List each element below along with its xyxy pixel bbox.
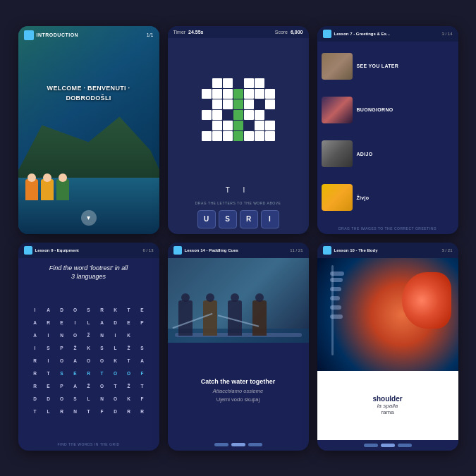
header-left: Lesson 9 - Equipment: [24, 246, 79, 255]
card-word-puzzle: Timer 24.55s Score 6,000: [168, 26, 309, 234]
lesson-title: Lesson 10 - The Body: [334, 248, 378, 252]
lesson-title: Lesson 9 - Equipment: [35, 248, 79, 252]
progress-text: 3 / 21: [441, 248, 452, 252]
italic-phrase: Attacchiamo ossieme: [213, 388, 263, 394]
greeting-image-2: [322, 97, 353, 123]
card-word-search: Lesson 9 - Equipment 6 / 13 Find the wor…: [18, 243, 159, 451]
paddle-person-1: [178, 300, 193, 336]
grid-row-8: DDOSLNOKF: [30, 393, 148, 405]
kayak-scene: [18, 100, 159, 213]
person-2: [41, 179, 54, 200]
greeting-row-1[interactable]: SEE YOU LATER: [317, 44, 458, 88]
lesson-title: Lesson 7 - Greetings & Ex...: [334, 32, 390, 36]
grid-row-3: AINOŽNIK: [30, 330, 148, 341]
progress-text: 1/1: [147, 32, 154, 37]
book-icon: [24, 30, 34, 40]
card-introduction: INTRODUCTION 1/1 WELCOME · BENVENUTI · D…: [18, 26, 159, 234]
progress-text: 6 / 13: [142, 248, 153, 252]
letter-tiles: U S R I: [168, 207, 309, 234]
chevron-button[interactable]: ▾: [81, 210, 97, 226]
tile-R[interactable]: R: [240, 210, 258, 228]
bottom-instruction: DRAG THE IMAGES TO THE CORRECT GREETING: [317, 223, 458, 234]
lesson-title: Lesson 14 - Paddling Cues: [185, 248, 238, 252]
card-paddling-cues: Lesson 14 - Paddling Cues 11 / 21 Catch …: [168, 243, 309, 451]
card-top-bar: Timer 24.55s Score 6,000: [168, 26, 309, 38]
greeting-label-3: ADIJO: [357, 152, 373, 157]
background-image: WELCOME · BENVENUTI · DOBRODOŠLI ▾: [18, 26, 159, 234]
card-body: Lesson 10 - The Body 3 / 21 shoulder la …: [317, 243, 458, 451]
word-grid: IADOSRKTE AREILADEP AINOŽNIK ISPŽKSLŽS R…: [18, 284, 159, 438]
timer-value: 24.55s: [188, 30, 203, 35]
tile-S[interactable]: S: [219, 210, 237, 228]
third-phrase: Ujemi vodo skupaj: [216, 396, 260, 403]
greeting-image-3: [322, 140, 353, 167]
header-left: Lesson 10 - The Body: [323, 246, 378, 255]
score-value: 6,000: [291, 30, 303, 35]
nav-dot-3[interactable]: [398, 444, 412, 447]
progress-text: 11 / 21: [290, 248, 303, 252]
book-icon: [323, 30, 331, 38]
card-header: INTRODUCTION 1/1: [18, 26, 159, 44]
greeting-label-4: Živjo: [357, 195, 370, 200]
score-display: Score 6,000: [275, 30, 303, 35]
paddle-person-2: [203, 300, 217, 336]
greeting-row-3[interactable]: ADIJO: [317, 132, 458, 176]
greeting-label-2: BUONGIORNO: [357, 107, 393, 112]
timer-display: Timer 24.55s: [173, 30, 204, 35]
word-italic: la spalla: [377, 403, 398, 409]
puzzle-row-1: [193, 78, 284, 88]
card-greetings: Lesson 7 - Greetings & Ex... 3 / 14 SEE …: [317, 26, 458, 234]
puzzle-row-5: [193, 121, 284, 130]
grid-row-1: IADOSRKTE: [30, 305, 148, 316]
welcome-text: WELCOME · BENVENUTI · DOBRODOŠLI: [18, 84, 159, 103]
nav-dot-2[interactable]: [381, 444, 395, 447]
body-image: [317, 258, 458, 371]
header-left: Lesson 7 - Greetings & Ex...: [323, 30, 390, 38]
find-text: Find the word 'footrest' in all3 languag…: [18, 258, 159, 284]
greeting-row-2[interactable]: BUONGIORNO: [317, 88, 458, 132]
nav-dot-1[interactable]: [364, 444, 378, 447]
person-3: [56, 179, 69, 200]
book-icon: [323, 246, 331, 255]
nav-dots: [168, 439, 309, 451]
greeting-row-4[interactable]: Živjo: [317, 176, 458, 219]
app-grid: INTRODUCTION 1/1 WELCOME · BENVENUTI · D…: [6, 13, 471, 463]
grid-row-7: REPAŽOTŽT: [30, 381, 148, 392]
body-labels: shoulder la spalla rama: [317, 371, 458, 440]
greeting-list: SEE YOU LATER BUONGIORNO ADIJO Živjo: [317, 42, 458, 223]
puzzle-row-6: [193, 131, 284, 141]
paddle-text-area: Catch the water together Attacchiamo oss…: [168, 343, 309, 439]
grid-row-6: RTSERTOOF: [30, 368, 148, 379]
tile-U[interactable]: U: [197, 210, 216, 228]
paddle-person-4: [252, 300, 267, 336]
nav-dots: [317, 440, 458, 451]
lesson-title: INTRODUCTION: [37, 32, 79, 37]
grid-row-4: ISPŽKSLŽS: [30, 343, 148, 354]
word-third: rama: [381, 409, 393, 415]
greeting-label-1: SEE YOU LATER: [357, 63, 399, 68]
nav-dot-3[interactable]: [248, 443, 262, 446]
main-phrase: Catch the water together: [201, 378, 276, 385]
puzzle-area: [168, 38, 309, 182]
person-1: [25, 179, 38, 200]
tile-I[interactable]: I: [261, 210, 279, 228]
welcome-line1: WELCOME · BENVENUTI ·: [47, 85, 130, 92]
header-left: INTRODUCTION: [24, 30, 79, 40]
bottom-instruction: FIND THE WORDS IN THE GRID: [18, 438, 159, 451]
puzzle-row-3: [193, 99, 284, 109]
nav-dot-1[interactable]: [214, 443, 228, 446]
score-label: Score: [275, 30, 288, 35]
card-top-bar: Lesson 14 - Paddling Cues 11 / 21: [168, 243, 309, 258]
grid-row-2: AREILADEP: [30, 317, 148, 329]
nav-dot-2[interactable]: [231, 443, 245, 446]
word-main: shoulder: [372, 395, 402, 403]
card-top-bar: Lesson 9 - Equipment 6 / 13: [18, 243, 159, 258]
grid-row-5: RIOAOOKTA: [30, 355, 148, 367]
header-left: Lesson 14 - Paddling Cues: [173, 246, 238, 255]
greeting-image-4: [322, 184, 353, 211]
card-top-bar: Lesson 7 - Greetings & Ex... 3 / 14: [317, 26, 458, 42]
grid-row-9: TLRNTFDRR: [30, 406, 148, 417]
greeting-image-1: [322, 53, 353, 80]
puzzle-row-4: [193, 110, 284, 120]
card-top-bar: Lesson 10 - The Body 3 / 21: [317, 243, 458, 258]
